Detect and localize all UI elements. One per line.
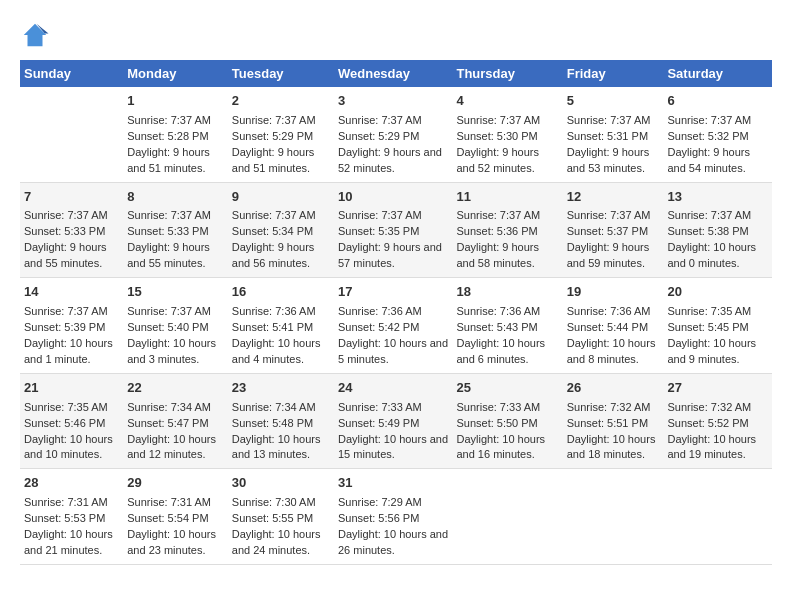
sunrise-text: Sunrise: 7:34 AM — [127, 401, 211, 413]
sunset-text: Sunset: 5:51 PM — [567, 417, 648, 429]
sunset-text: Sunset: 5:39 PM — [24, 321, 105, 333]
sunrise-text: Sunrise: 7:37 AM — [338, 114, 422, 126]
sunrise-text: Sunrise: 7:37 AM — [24, 209, 108, 221]
sunset-text: Sunset: 5:34 PM — [232, 225, 313, 237]
sunrise-text: Sunrise: 7:37 AM — [24, 305, 108, 317]
weekday-header: Wednesday — [334, 60, 452, 87]
calendar-week-row: 14Sunrise: 7:37 AMSunset: 5:39 PMDayligh… — [20, 278, 772, 374]
weekday-header: Saturday — [663, 60, 772, 87]
sunrise-text: Sunrise: 7:36 AM — [456, 305, 540, 317]
weekday-header: Tuesday — [228, 60, 334, 87]
calendar-cell: 9Sunrise: 7:37 AMSunset: 5:34 PMDaylight… — [228, 182, 334, 278]
sunset-text: Sunset: 5:55 PM — [232, 512, 313, 524]
sunrise-text: Sunrise: 7:37 AM — [127, 305, 211, 317]
sunset-text: Sunset: 5:48 PM — [232, 417, 313, 429]
calendar-cell — [663, 469, 772, 565]
calendar-cell: 10Sunrise: 7:37 AMSunset: 5:35 PMDayligh… — [334, 182, 452, 278]
calendar-cell: 7Sunrise: 7:37 AMSunset: 5:33 PMDaylight… — [20, 182, 123, 278]
day-number: 27 — [667, 379, 768, 398]
day-number: 11 — [456, 188, 558, 207]
sunrise-text: Sunrise: 7:30 AM — [232, 496, 316, 508]
sunrise-text: Sunrise: 7:31 AM — [24, 496, 108, 508]
calendar-cell: 14Sunrise: 7:37 AMSunset: 5:39 PMDayligh… — [20, 278, 123, 374]
day-number: 25 — [456, 379, 558, 398]
daylight-text: Daylight: 10 hours and 3 minutes. — [127, 337, 216, 365]
sunset-text: Sunset: 5:28 PM — [127, 130, 208, 142]
daylight-text: Daylight: 10 hours and 13 minutes. — [232, 433, 321, 461]
day-number: 23 — [232, 379, 330, 398]
day-number: 17 — [338, 283, 448, 302]
daylight-text: Daylight: 9 hours and 52 minutes. — [456, 146, 539, 174]
sunset-text: Sunset: 5:50 PM — [456, 417, 537, 429]
calendar-cell: 6Sunrise: 7:37 AMSunset: 5:32 PMDaylight… — [663, 87, 772, 182]
daylight-text: Daylight: 9 hours and 52 minutes. — [338, 146, 442, 174]
day-number: 6 — [667, 92, 768, 111]
sunset-text: Sunset: 5:46 PM — [24, 417, 105, 429]
calendar-cell: 27Sunrise: 7:32 AMSunset: 5:52 PMDayligh… — [663, 373, 772, 469]
calendar-cell: 15Sunrise: 7:37 AMSunset: 5:40 PMDayligh… — [123, 278, 228, 374]
calendar-cell: 31Sunrise: 7:29 AMSunset: 5:56 PMDayligh… — [334, 469, 452, 565]
daylight-text: Daylight: 10 hours and 9 minutes. — [667, 337, 756, 365]
sunrise-text: Sunrise: 7:33 AM — [338, 401, 422, 413]
calendar-cell: 26Sunrise: 7:32 AMSunset: 5:51 PMDayligh… — [563, 373, 664, 469]
sunrise-text: Sunrise: 7:32 AM — [567, 401, 651, 413]
day-number: 20 — [667, 283, 768, 302]
daylight-text: Daylight: 10 hours and 21 minutes. — [24, 528, 113, 556]
calendar-cell: 18Sunrise: 7:36 AMSunset: 5:43 PMDayligh… — [452, 278, 562, 374]
weekday-header-row: SundayMondayTuesdayWednesdayThursdayFrid… — [20, 60, 772, 87]
calendar-cell: 16Sunrise: 7:36 AMSunset: 5:41 PMDayligh… — [228, 278, 334, 374]
sunrise-text: Sunrise: 7:35 AM — [667, 305, 751, 317]
calendar-cell: 1Sunrise: 7:37 AMSunset: 5:28 PMDaylight… — [123, 87, 228, 182]
daylight-text: Daylight: 10 hours and 12 minutes. — [127, 433, 216, 461]
sunrise-text: Sunrise: 7:31 AM — [127, 496, 211, 508]
sunset-text: Sunset: 5:38 PM — [667, 225, 748, 237]
day-number: 13 — [667, 188, 768, 207]
day-number: 7 — [24, 188, 119, 207]
daylight-text: Daylight: 9 hours and 51 minutes. — [127, 146, 210, 174]
sunrise-text: Sunrise: 7:32 AM — [667, 401, 751, 413]
sunset-text: Sunset: 5:33 PM — [24, 225, 105, 237]
calendar-cell: 17Sunrise: 7:36 AMSunset: 5:42 PMDayligh… — [334, 278, 452, 374]
calendar-cell: 12Sunrise: 7:37 AMSunset: 5:37 PMDayligh… — [563, 182, 664, 278]
calendar-week-row: 21Sunrise: 7:35 AMSunset: 5:46 PMDayligh… — [20, 373, 772, 469]
weekday-header: Sunday — [20, 60, 123, 87]
sunset-text: Sunset: 5:31 PM — [567, 130, 648, 142]
daylight-text: Daylight: 9 hours and 55 minutes. — [24, 241, 107, 269]
daylight-text: Daylight: 10 hours and 4 minutes. — [232, 337, 321, 365]
sunset-text: Sunset: 5:29 PM — [338, 130, 419, 142]
calendar-table: SundayMondayTuesdayWednesdayThursdayFrid… — [20, 60, 772, 565]
daylight-text: Daylight: 10 hours and 5 minutes. — [338, 337, 448, 365]
calendar-week-row: 7Sunrise: 7:37 AMSunset: 5:33 PMDaylight… — [20, 182, 772, 278]
svg-marker-0 — [24, 24, 47, 47]
weekday-header: Monday — [123, 60, 228, 87]
daylight-text: Daylight: 9 hours and 57 minutes. — [338, 241, 442, 269]
day-number: 22 — [127, 379, 224, 398]
calendar-cell: 28Sunrise: 7:31 AMSunset: 5:53 PMDayligh… — [20, 469, 123, 565]
sunrise-text: Sunrise: 7:37 AM — [456, 114, 540, 126]
calendar-cell: 2Sunrise: 7:37 AMSunset: 5:29 PMDaylight… — [228, 87, 334, 182]
sunset-text: Sunset: 5:36 PM — [456, 225, 537, 237]
day-number: 28 — [24, 474, 119, 493]
logo — [20, 20, 52, 50]
daylight-text: Daylight: 9 hours and 51 minutes. — [232, 146, 315, 174]
sunset-text: Sunset: 5:47 PM — [127, 417, 208, 429]
day-number: 16 — [232, 283, 330, 302]
calendar-cell: 23Sunrise: 7:34 AMSunset: 5:48 PMDayligh… — [228, 373, 334, 469]
day-number: 29 — [127, 474, 224, 493]
day-number: 5 — [567, 92, 660, 111]
sunset-text: Sunset: 5:44 PM — [567, 321, 648, 333]
day-number: 21 — [24, 379, 119, 398]
sunrise-text: Sunrise: 7:37 AM — [456, 209, 540, 221]
sunset-text: Sunset: 5:40 PM — [127, 321, 208, 333]
calendar-cell: 22Sunrise: 7:34 AMSunset: 5:47 PMDayligh… — [123, 373, 228, 469]
sunset-text: Sunset: 5:42 PM — [338, 321, 419, 333]
sunrise-text: Sunrise: 7:36 AM — [338, 305, 422, 317]
sunrise-text: Sunrise: 7:37 AM — [232, 209, 316, 221]
sunset-text: Sunset: 5:49 PM — [338, 417, 419, 429]
sunset-text: Sunset: 5:30 PM — [456, 130, 537, 142]
sunrise-text: Sunrise: 7:29 AM — [338, 496, 422, 508]
day-number: 9 — [232, 188, 330, 207]
day-number: 31 — [338, 474, 448, 493]
calendar-cell: 8Sunrise: 7:37 AMSunset: 5:33 PMDaylight… — [123, 182, 228, 278]
calendar-cell: 19Sunrise: 7:36 AMSunset: 5:44 PMDayligh… — [563, 278, 664, 374]
